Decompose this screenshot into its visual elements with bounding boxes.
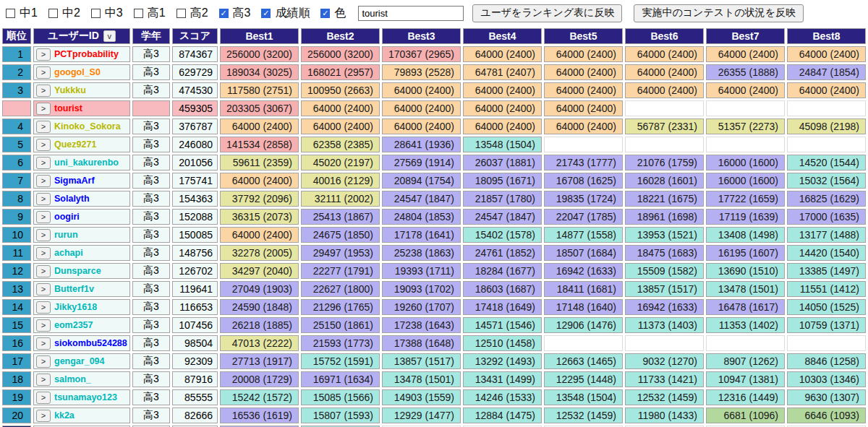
expand-user-button[interactable]: > bbox=[36, 247, 51, 259]
expand-user-button[interactable]: > bbox=[36, 66, 51, 79]
user-name[interactable]: Jikky1618 bbox=[54, 302, 97, 312]
best2-cell: 40016 (2129) bbox=[301, 173, 380, 189]
user-name[interactable]: eom2357 bbox=[54, 320, 93, 330]
user-cell: >rurun bbox=[33, 227, 130, 243]
user-cell: >tsunamayo123 bbox=[33, 389, 130, 405]
score-cell: 82666 bbox=[172, 407, 218, 423]
best1-cell: 27713 (1917) bbox=[220, 353, 299, 369]
user-name[interactable]: Kinoko_Sokora bbox=[54, 121, 121, 131]
filter-checkbox-高2[interactable]: 高2 bbox=[176, 6, 208, 21]
expand-user-button[interactable]: > bbox=[36, 355, 51, 368]
checkbox-unchecked-icon[interactable] bbox=[6, 9, 15, 18]
expand-user-button[interactable]: > bbox=[36, 283, 51, 296]
filter-checkbox-色[interactable]: ✓色 bbox=[320, 6, 346, 21]
expand-user-button[interactable]: > bbox=[36, 229, 51, 241]
filter-checkbox-中1[interactable]: 中1 bbox=[6, 6, 38, 21]
user-name[interactable]: oogiri bbox=[54, 212, 80, 222]
expand-user-button[interactable]: > bbox=[36, 301, 51, 314]
user-name[interactable]: uni_kakurenbo bbox=[54, 158, 119, 168]
expand-user-button[interactable]: > bbox=[36, 392, 51, 404]
user-name[interactable]: googol_S0 bbox=[54, 67, 101, 77]
best2-cell: 22627 (1800) bbox=[301, 281, 380, 297]
grade-cell: 高3 bbox=[132, 317, 170, 333]
grade-cell: 高3 bbox=[132, 335, 170, 351]
expand-user-button[interactable]: > bbox=[36, 211, 51, 223]
expand-user-button[interactable]: > bbox=[36, 157, 51, 169]
expand-user-button[interactable]: > bbox=[36, 319, 51, 332]
col-header-best5: Best5 bbox=[544, 28, 623, 44]
user-name[interactable]: salmon_ bbox=[54, 374, 91, 384]
expand-user-button[interactable]: > bbox=[36, 193, 51, 205]
best8-cell: 14050 (1525) bbox=[787, 299, 866, 315]
best7-cell: 16478 (1617) bbox=[706, 299, 785, 315]
user-name[interactable]: Solalyth bbox=[54, 194, 90, 204]
checkbox-unchecked-icon[interactable] bbox=[176, 9, 186, 18]
best7-cell: 12316 (1449) bbox=[706, 389, 785, 405]
best7-cell: 51357 (2273) bbox=[706, 118, 785, 134]
grade-cell: 高3 bbox=[132, 209, 170, 225]
reflect-user-button[interactable]: ユーザをランキング表に反映 bbox=[472, 4, 622, 22]
best8-cell bbox=[787, 335, 866, 351]
user-name[interactable]: Butterf1v bbox=[54, 284, 94, 294]
col-header-score: スコア bbox=[172, 28, 218, 44]
user-name[interactable]: achapi bbox=[54, 248, 83, 258]
checkbox-unchecked-icon[interactable] bbox=[134, 9, 143, 18]
table-row: 19>tsunamayo123高38555515242 (1572)15085 … bbox=[2, 389, 866, 405]
user-name[interactable]: tsunamayo123 bbox=[54, 392, 117, 402]
expand-user-button[interactable]: > bbox=[36, 175, 51, 187]
col-header-best3: Best3 bbox=[382, 28, 461, 44]
filter-checkbox-中2[interactable]: 中2 bbox=[48, 6, 80, 21]
score-cell: 246080 bbox=[172, 137, 218, 152]
expand-user-button[interactable]: > bbox=[36, 139, 51, 151]
user-name[interactable]: siokombu524288 bbox=[54, 338, 127, 348]
user-name[interactable]: rurun bbox=[54, 230, 78, 240]
best4-cell: 14246 (1533) bbox=[463, 389, 542, 405]
filter-checkbox-中3[interactable]: 中3 bbox=[91, 6, 123, 21]
expand-user-button[interactable]: > bbox=[36, 48, 51, 61]
filter-checkbox-成績順[interactable]: ✓成績順 bbox=[261, 6, 310, 21]
reflect-contest-button[interactable]: 実施中のコンテストの状況を反映 bbox=[634, 4, 804, 22]
expand-user-button[interactable]: > bbox=[36, 410, 51, 422]
checkbox-unchecked-icon[interactable] bbox=[48, 9, 58, 18]
checkbox-checked-icon[interactable]: ✓ bbox=[320, 9, 330, 18]
best1-cell: 64000 (2400) bbox=[220, 227, 299, 243]
user-name[interactable]: Yukkku bbox=[54, 85, 86, 95]
expand-user-button[interactable]: > bbox=[36, 374, 51, 386]
expand-user-button[interactable]: > bbox=[36, 103, 51, 115]
expand-user-button[interactable]: > bbox=[36, 265, 51, 277]
user-name[interactable]: Quez9271 bbox=[54, 139, 96, 150]
best5-cell: 18507 (1684) bbox=[544, 245, 623, 261]
user-name[interactable]: tourist bbox=[54, 103, 82, 113]
best2-cell: 24675 (1850) bbox=[301, 227, 380, 243]
best4-cell: 15402 (1578) bbox=[463, 227, 542, 243]
best3-cell: 64000 (2400) bbox=[382, 82, 461, 98]
table-row: 3>Yukkku高3474530117580 (2751)100950 (266… bbox=[2, 82, 866, 98]
best8-cell: 16825 (1629) bbox=[787, 191, 866, 207]
filter-checkbox-高3[interactable]: ✓高3 bbox=[219, 6, 251, 21]
user-name[interactable]: SigmaArf bbox=[54, 176, 95, 186]
col-header-best2: Best2 bbox=[301, 28, 380, 44]
best8-cell: 9630 (1307) bbox=[787, 389, 866, 405]
table-row: 2>googol_S0高3629729189034 (3025)168021 (… bbox=[2, 64, 866, 80]
user-search-input[interactable] bbox=[358, 6, 464, 21]
expand-user-button[interactable]: > bbox=[36, 121, 51, 133]
best5-cell: 64000 (2400) bbox=[544, 100, 623, 116]
best6-cell: 11373 (1403) bbox=[625, 317, 704, 333]
checkbox-unchecked-icon[interactable] bbox=[91, 9, 101, 18]
expand-user-button[interactable]: > bbox=[36, 337, 51, 350]
best6-cell: 15509 (1582) bbox=[625, 263, 704, 279]
user-name[interactable]: PCTprobability bbox=[54, 49, 119, 59]
user-name[interactable]: Dunsparce bbox=[54, 266, 101, 276]
best1-cell: 64000 (2400) bbox=[220, 173, 299, 189]
score-cell: 874367 bbox=[172, 46, 218, 62]
user-name[interactable]: gengar_094 bbox=[54, 356, 104, 366]
checkbox-checked-icon[interactable]: ✓ bbox=[261, 9, 271, 18]
expand-user-button[interactable]: > bbox=[36, 85, 51, 97]
user-sort-dropdown-button[interactable]: v bbox=[103, 30, 116, 42]
filter-checkbox-label: 中1 bbox=[20, 6, 38, 21]
best2-cell: 64000 (2400) bbox=[301, 100, 380, 116]
filter-checkbox-label: 高2 bbox=[190, 6, 208, 21]
checkbox-checked-icon[interactable]: ✓ bbox=[219, 9, 229, 18]
filter-checkbox-高1[interactable]: 高1 bbox=[134, 6, 166, 21]
user-name[interactable]: kk2a bbox=[54, 410, 75, 420]
